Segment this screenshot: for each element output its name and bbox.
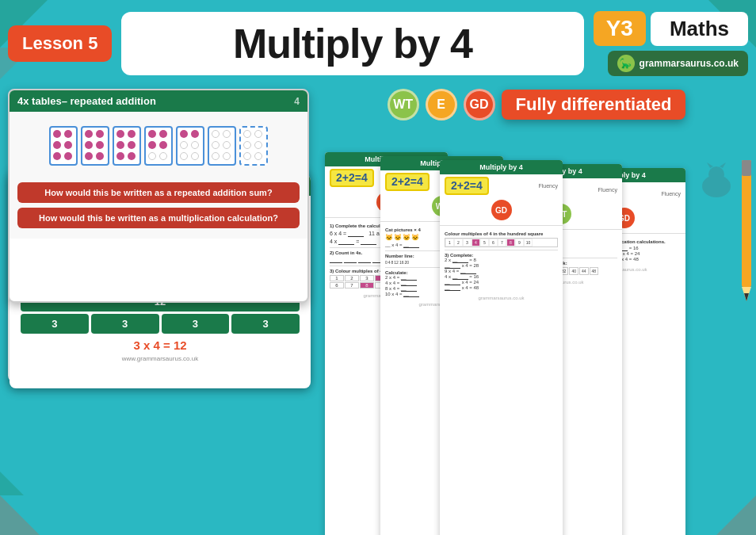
array-grid-2 <box>81 126 109 166</box>
ws2-fluency-box: 2+2=4 <box>385 173 430 191</box>
ws3-footer: grammarsaurus.co.uk <box>440 294 563 302</box>
ws3-fluency-label: Fluency <box>538 183 558 189</box>
subject-badge: Maths <box>651 12 748 46</box>
slide1-header: 4x tables– repeated addition 4 <box>10 90 307 112</box>
worksheet-3: Multiply by 4 2+2=4 Fluency GD Colour mu… <box>440 160 563 535</box>
bar2-cell-3: 3 <box>162 314 230 334</box>
arrays-display <box>17 126 300 166</box>
bar2-cell-1: 3 <box>21 314 89 334</box>
ws4-fluency-label: Fluency <box>598 187 617 193</box>
ws3-badge-row: GD <box>440 197 563 223</box>
array-grid-6 <box>208 126 236 166</box>
bar2-cell-4: 3 <box>231 314 300 334</box>
ws3-divider <box>440 225 563 226</box>
svg-rect-11 <box>742 160 751 176</box>
slide1-title: 4x tables– repeated addition <box>17 95 156 107</box>
svg-rect-10 <box>742 160 751 287</box>
ws3-body: Colour multiples of 4 in the hundred squ… <box>440 228 563 294</box>
ws3-fluency-box: 2+2=4 <box>445 177 489 195</box>
diff-section: WT E GD Fully differentiated <box>325 89 748 120</box>
ws3-fluency-row: 2+2=4 Fluency <box>440 174 563 197</box>
website-label: grammarsaurus.co.uk <box>640 58 739 69</box>
lesson-badge: Lesson 5 <box>8 25 112 62</box>
ws3-badge: GD <box>491 200 512 220</box>
array-grid-1 <box>49 126 78 166</box>
page-title: Multiply by 4 <box>233 20 472 67</box>
dino-icon: 🦕 <box>617 55 635 72</box>
array-grid-7 <box>239 126 268 166</box>
diff-badge-e: E <box>426 89 457 120</box>
array-grid-3 <box>113 126 141 166</box>
diff-badge-wt: WT <box>388 89 419 120</box>
worksheet-stack: Multiply by 4 2+2=4 Fluency GD 1) Comple… <box>325 152 748 527</box>
slide1-content: How would this be written as a repeated … <box>10 112 307 239</box>
ws3-header: Multiply by 4 <box>440 160 563 174</box>
question1-btn[interactable]: How would this be written as a repeated … <box>17 182 300 203</box>
left-panel: 4x tables– repeated addition 4 <box>8 89 317 527</box>
year-maths-row: Y3 Maths <box>594 11 748 46</box>
year-badge: Y3 <box>594 11 646 46</box>
header-right: Y3 Maths 🦕 grammarsaurus.co.uk <box>594 11 748 76</box>
diff-badge-gd: GD <box>464 89 495 120</box>
array-grid-4 <box>144 126 173 166</box>
equation2: 3 x 4 = 12 <box>21 338 300 352</box>
header: Lesson 5 Multiply by 4 Y3 Maths 🦕 gramma… <box>8 8 748 79</box>
slide2-website: www.grammarsaurus.co.uk <box>21 355 300 362</box>
bar2-cell-2: 3 <box>91 314 159 334</box>
grammarsaurus-badge[interactable]: 🦕 grammarsaurus.co.uk <box>608 51 748 76</box>
svg-marker-13 <box>744 293 749 301</box>
ws1-fluency-box: 2+2=4 <box>330 169 374 187</box>
array-grid-5 <box>176 126 204 166</box>
pencil-icon <box>739 160 754 306</box>
ws5-fluency-label: Fluency <box>661 191 681 197</box>
title-box: Multiply by 4 <box>121 12 583 75</box>
slide1-number: 4 <box>294 96 300 107</box>
question2-btn[interactable]: How would this be written as a multiplic… <box>17 208 300 228</box>
slide-repeated-addition: 4x tables– repeated addition 4 <box>8 89 309 303</box>
bar2-bottom: 3 3 3 3 <box>21 314 300 334</box>
main-content: 4x tables– repeated addition 4 <box>8 89 748 527</box>
fully-differentiated-banner: Fully differentiated <box>502 90 686 120</box>
right-panel: WT E GD Fully differentiated Multiply by… <box>325 89 748 527</box>
